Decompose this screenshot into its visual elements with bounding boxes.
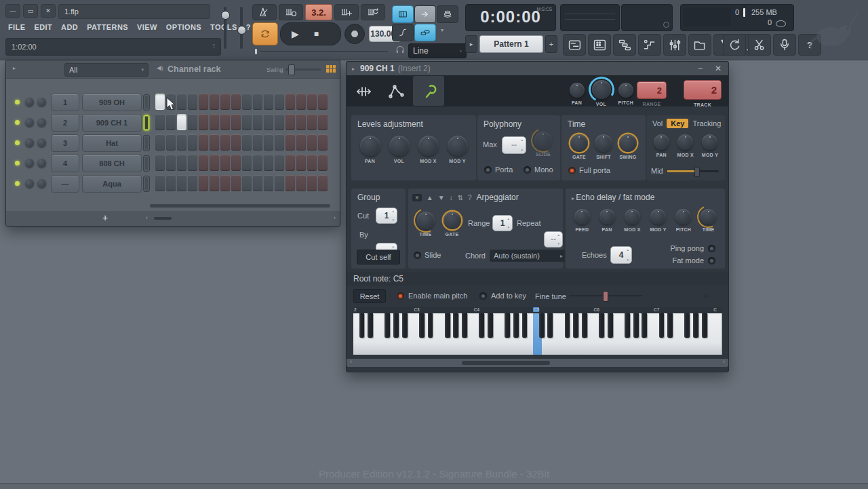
step-16[interactable] xyxy=(318,134,328,151)
step-9[interactable] xyxy=(242,175,252,191)
step-11[interactable] xyxy=(264,114,273,130)
pitch-knob[interactable] xyxy=(675,209,691,224)
step-10[interactable] xyxy=(253,114,262,130)
step-7[interactable] xyxy=(220,175,230,191)
piano-key-black[interactable] xyxy=(547,313,553,338)
minimize-icon[interactable]: − xyxy=(698,64,703,73)
channel-led[interactable] xyxy=(15,100,20,104)
step-2[interactable] xyxy=(166,175,176,191)
channel-volume-knob[interactable] xyxy=(37,118,46,127)
step-13[interactable] xyxy=(285,94,295,110)
step-14[interactable] xyxy=(296,134,306,151)
step-13[interactable] xyxy=(285,134,295,151)
step-3[interactable] xyxy=(177,114,186,130)
mod-y-knob[interactable] xyxy=(650,209,666,224)
channel-volume-knob[interactable] xyxy=(37,98,46,106)
scroll-left-icon[interactable]: ‹ xyxy=(146,214,148,221)
step-11[interactable] xyxy=(264,134,273,151)
step-5[interactable] xyxy=(199,155,208,171)
overdub-button[interactable] xyxy=(334,4,359,20)
mod-x-knob[interactable] xyxy=(418,136,439,156)
wait-for-input-button[interactable] xyxy=(279,4,303,20)
step-16[interactable] xyxy=(318,94,328,110)
song-mode-button[interactable] xyxy=(414,5,436,23)
tab-envelope[interactable] xyxy=(380,76,412,106)
tab-tracking[interactable]: Tracking xyxy=(692,119,721,128)
piano-key-white[interactable] xyxy=(713,313,722,355)
cut-button[interactable] xyxy=(748,34,771,56)
swing-knob[interactable] xyxy=(619,134,637,152)
step-14[interactable] xyxy=(296,175,306,191)
scroll-left-icon[interactable]: ‹ xyxy=(350,358,352,365)
piano-key-black[interactable] xyxy=(573,313,578,338)
stop-button[interactable]: ■ xyxy=(314,29,319,39)
step-4[interactable] xyxy=(188,155,197,171)
rack-menu-icon[interactable]: ▸ xyxy=(13,65,16,71)
piano-key-black[interactable] xyxy=(693,313,698,338)
piano-key-black[interactable] xyxy=(479,313,484,338)
channel-mute[interactable] xyxy=(143,176,150,192)
step-13[interactable] xyxy=(285,175,295,191)
step-9[interactable] xyxy=(242,94,252,110)
channel-number[interactable]: 1 xyxy=(51,94,79,111)
arp-off-icon[interactable]: × xyxy=(412,194,422,201)
fine-tune-handle[interactable] xyxy=(603,291,608,302)
channel-volume-knob[interactable] xyxy=(37,159,46,168)
step-6[interactable] xyxy=(210,155,219,171)
time-knob[interactable] xyxy=(701,209,716,224)
echoes-value[interactable]: 4 xyxy=(610,246,632,264)
track-badge[interactable]: 2 xyxy=(684,80,722,100)
shift-knob[interactable] xyxy=(595,134,612,152)
tab-key[interactable]: Key xyxy=(667,119,688,128)
pattern-add-button[interactable]: + xyxy=(545,35,557,53)
settings-scroll-handle[interactable] xyxy=(462,361,550,365)
channel-button[interactable]: 909 CH 1 xyxy=(82,114,142,132)
step-7[interactable] xyxy=(220,94,230,110)
step-3[interactable] xyxy=(177,175,186,191)
channel-mute[interactable] xyxy=(143,115,150,131)
piano-key-black[interactable] xyxy=(582,313,587,338)
step-7[interactable] xyxy=(220,134,230,151)
step-5[interactable] xyxy=(199,94,208,110)
step-3[interactable] xyxy=(177,94,186,110)
tab-sample[interactable] xyxy=(348,76,379,106)
step-2[interactable] xyxy=(166,155,176,171)
piano-key-black[interactable] xyxy=(462,313,467,338)
step-6[interactable] xyxy=(210,134,219,151)
step-15[interactable] xyxy=(307,114,317,130)
piano-key-black[interactable] xyxy=(599,313,604,338)
step-10[interactable] xyxy=(253,155,262,171)
filter-dropdown[interactable]: All ▾ xyxy=(64,63,149,77)
step-10[interactable] xyxy=(253,94,262,110)
step-15[interactable] xyxy=(307,94,317,110)
master-volume-handle[interactable] xyxy=(221,11,230,20)
channel-led[interactable] xyxy=(15,161,20,165)
menu-patterns[interactable]: PATTERNS xyxy=(87,23,128,31)
porta-radio[interactable] xyxy=(484,166,492,174)
step-4[interactable] xyxy=(188,134,197,151)
channel-led[interactable] xyxy=(15,181,20,186)
piano-key-black[interactable] xyxy=(667,313,673,338)
polyphony-slide-knob[interactable] xyxy=(534,132,552,149)
step-8[interactable] xyxy=(231,175,241,191)
mod-x-knob[interactable] xyxy=(625,209,640,224)
step-4[interactable] xyxy=(188,175,197,191)
step-1[interactable] xyxy=(155,175,165,191)
step-10[interactable] xyxy=(253,134,262,151)
step-11[interactable] xyxy=(264,94,273,110)
mid-slider[interactable] xyxy=(667,170,719,172)
pan-knob[interactable] xyxy=(360,136,380,156)
channel-volume-knob[interactable] xyxy=(37,179,46,188)
scroll-right-icon[interactable]: › xyxy=(334,214,336,221)
step-15[interactable] xyxy=(307,155,317,171)
piano-key-black[interactable] xyxy=(428,313,433,338)
step-11[interactable] xyxy=(264,155,273,171)
piano-key-black[interactable] xyxy=(453,313,458,338)
event-editor-button[interactable] xyxy=(638,34,661,56)
step-12[interactable] xyxy=(275,155,284,171)
piano-key-black[interactable] xyxy=(445,313,450,338)
rack-display-grid-icon[interactable] xyxy=(326,65,336,73)
channel-number[interactable]: — xyxy=(51,175,79,193)
mixer-button[interactable] xyxy=(663,34,686,56)
metronome-button[interactable] xyxy=(252,4,277,20)
